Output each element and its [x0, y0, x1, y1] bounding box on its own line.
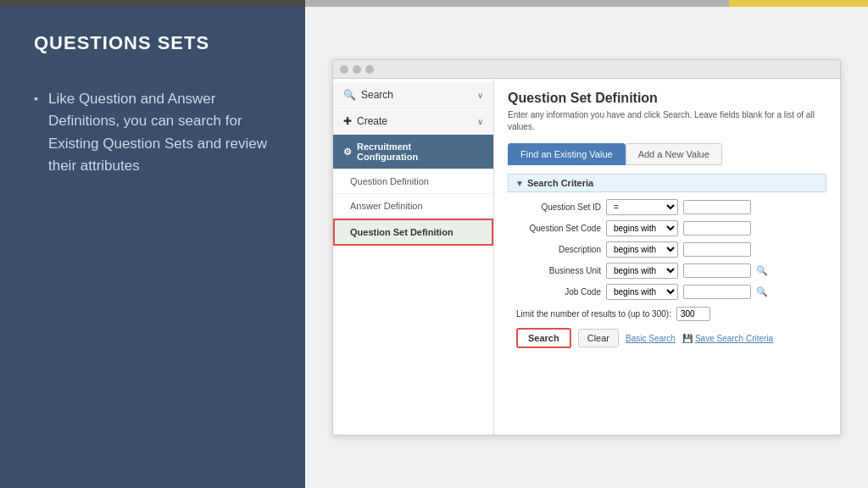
- chrome-dot-3: [365, 65, 374, 74]
- save-search-label: Save Search Criteria: [695, 334, 773, 343]
- dark-bar: [0, 0, 305, 7]
- create-chevron-icon: ∨: [477, 117, 483, 126]
- screenshot-window: 🔍 Search ∨ ✚ Create ∨ ⚙ Recruitment Conf…: [332, 59, 841, 435]
- nav-search-label: Search: [361, 89, 393, 101]
- chrome-dot-1: [340, 65, 348, 74]
- field-description: Description begins with: [508, 241, 826, 258]
- slide-title: QUESTIONS SETS: [34, 32, 280, 54]
- yellow-bar: [729, 0, 868, 7]
- label-description: Description: [508, 245, 601, 254]
- create-nav-icon: ✚: [343, 115, 352, 127]
- nav-answer-definition[interactable]: Answer Definition: [333, 194, 493, 219]
- label-business-unit: Business Unit: [508, 266, 601, 275]
- section-settings-icon: ⚙: [343, 147, 352, 158]
- search-criteria-label: Search Criteria: [527, 178, 593, 188]
- select-business-unit[interactable]: begins with: [606, 263, 678, 279]
- app-content: Question Set Definition Enter any inform…: [494, 79, 840, 435]
- nav-answer-def-label: Answer Definition: [350, 201, 423, 211]
- tab-find-existing-label: Find an Existing Value: [520, 149, 613, 159]
- search-chevron-icon: ∨: [477, 91, 483, 100]
- input-question-set-id[interactable]: [683, 200, 751, 214]
- limit-input[interactable]: [676, 307, 710, 321]
- nav-question-definition[interactable]: Question Definition: [333, 169, 493, 194]
- clear-button[interactable]: Clear: [578, 329, 619, 347]
- select-question-set-id[interactable]: =: [606, 199, 678, 215]
- action-buttons: Search Clear Basic Search 💾 Save Search …: [508, 328, 826, 348]
- left-panel: QUESTIONS SETS ▪ Like Question and Answe…: [0, 7, 305, 488]
- search-button[interactable]: Search: [516, 328, 571, 348]
- right-panel: 🔍 Search ∨ ✚ Create ∨ ⚙ Recruitment Conf…: [305, 7, 868, 488]
- page-title: Question Set Definition: [508, 91, 826, 106]
- select-question-set-code[interactable]: begins with: [606, 220, 678, 236]
- nav-section-label: Recruitment Configuration: [357, 141, 472, 162]
- nav-question-def-label: Question Definition: [350, 176, 429, 186]
- lookup-job-code-icon[interactable]: 🔍: [756, 286, 768, 297]
- criteria-triangle-icon: ▼: [515, 179, 524, 188]
- field-question-set-id: Question Set ID =: [508, 199, 826, 215]
- search-nav-icon: 🔍: [343, 89, 356, 101]
- tab-add-new-label: Add a New Value: [638, 149, 709, 159]
- nav-create[interactable]: ✚ Create ∨: [333, 108, 493, 135]
- select-description[interactable]: begins with: [606, 241, 678, 258]
- limit-label: Limit the number of results to (up to 30…: [516, 309, 671, 319]
- field-question-set-code: Question Set Code begins with: [508, 220, 826, 236]
- tabs-container: Find an Existing Value Add a New Value: [508, 143, 826, 165]
- section-chevron-icon: ∧: [477, 147, 483, 157]
- top-bars: [0, 0, 868, 7]
- input-question-set-code[interactable]: [683, 221, 751, 236]
- search-criteria-header: ▼ Search Criteria: [508, 174, 826, 192]
- label-question-set-code: Question Set Code: [508, 224, 601, 233]
- tab-find-existing[interactable]: Find an Existing Value: [508, 143, 626, 165]
- tab-add-new[interactable]: Add a New Value: [626, 143, 722, 165]
- nav-question-set-definition[interactable]: Question Set Definition: [333, 219, 493, 246]
- input-description[interactable]: [683, 242, 751, 257]
- chrome-dot-2: [353, 65, 361, 74]
- bullet-icon: ▪: [34, 92, 38, 105]
- nav-search[interactable]: 🔍 Search ∨: [333, 82, 493, 108]
- nav-section-header[interactable]: ⚙ Recruitment Configuration ∧: [333, 135, 493, 169]
- save-icon: 💾: [682, 334, 693, 343]
- basic-search-label: Basic Search: [626, 334, 676, 343]
- gray-bar: [305, 0, 729, 7]
- bullet-text: Like Question and Answer Definitions, yo…: [48, 88, 280, 177]
- field-business-unit: Business Unit begins with 🔍: [508, 263, 826, 279]
- main-layout: QUESTIONS SETS ▪ Like Question and Answe…: [0, 7, 868, 488]
- page-description: Enter any information you have and click…: [508, 109, 826, 133]
- lookup-business-unit-icon[interactable]: 🔍: [756, 265, 768, 276]
- field-job-code: Job Code begins with 🔍: [508, 284, 826, 300]
- save-search-button[interactable]: 💾 Save Search Criteria: [682, 334, 773, 343]
- basic-search-button[interactable]: Basic Search: [626, 334, 676, 343]
- label-job-code: Job Code: [508, 287, 601, 297]
- nav-question-set-label: Question Set Definition: [350, 227, 453, 237]
- nav-create-label: Create: [357, 115, 387, 127]
- app-layout: 🔍 Search ∨ ✚ Create ∨ ⚙ Recruitment Conf…: [333, 79, 840, 435]
- input-business-unit[interactable]: [683, 263, 751, 278]
- select-job-code[interactable]: begins with: [606, 284, 678, 300]
- window-chrome: [333, 60, 840, 79]
- label-question-set-id: Question Set ID: [508, 202, 601, 212]
- app-nav: 🔍 Search ∨ ✚ Create ∨ ⚙ Recruitment Conf…: [333, 79, 494, 435]
- limit-row: Limit the number of results to (up to 30…: [508, 307, 826, 321]
- input-job-code[interactable]: [683, 285, 751, 299]
- bullet-item: ▪ Like Question and Answer Definitions, …: [34, 88, 280, 177]
